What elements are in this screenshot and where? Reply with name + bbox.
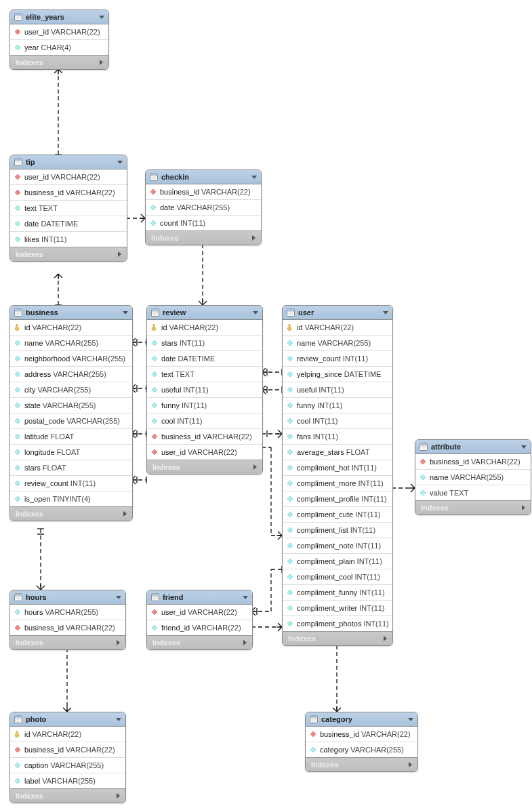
column-row[interactable]: user_idVARCHAR(22): [10, 169, 127, 185]
column-row[interactable]: usefulINT(11): [147, 382, 262, 398]
chevron-down-icon[interactable]: [253, 311, 258, 315]
column-row[interactable]: coolINT(11): [147, 413, 262, 429]
entity-table-category[interactable]: categorybusiness_idVARCHAR(22)categoryVA…: [305, 712, 418, 772]
entity-table-tip[interactable]: tipuser_idVARCHAR(22)business_idVARCHAR(…: [9, 155, 127, 262]
indexes-section[interactable]: Indexes: [10, 788, 125, 803]
chevron-right-icon[interactable]: [409, 762, 412, 767]
column-row[interactable]: dateVARCHAR(255): [146, 200, 261, 216]
indexes-section[interactable]: Indexes: [10, 247, 127, 261]
column-row[interactable]: compliment_profileINT(11): [283, 491, 392, 507]
column-row[interactable]: business_idVARCHAR(22): [146, 184, 261, 200]
column-row[interactable]: business_idVARCHAR(22): [415, 454, 531, 470]
column-row[interactable]: user_idVARCHAR(22): [10, 24, 108, 40]
chevron-right-icon[interactable]: [118, 251, 121, 257]
table-header[interactable]: attribute: [415, 440, 531, 454]
column-row[interactable]: coolINT(11): [283, 413, 392, 429]
indexes-section[interactable]: Indexes: [283, 631, 392, 645]
column-row[interactable]: compliment_moreINT(11): [283, 476, 392, 491]
chevron-down-icon[interactable]: [116, 718, 121, 721]
chevron-down-icon[interactable]: [123, 311, 128, 315]
column-row[interactable]: idVARCHAR(22): [283, 320, 392, 336]
entity-table-elite_years[interactable]: elite_yearsuser_idVARCHAR(22)yearCHAR(4)…: [9, 9, 109, 70]
table-header[interactable]: elite_years: [10, 10, 108, 24]
column-row[interactable]: average_starsFLOAT: [283, 445, 392, 460]
entity-table-friend[interactable]: frienduser_idVARCHAR(22)friend_idVARCHAR…: [146, 590, 253, 650]
column-row[interactable]: nameVARCHAR(255): [415, 470, 531, 485]
indexes-section[interactable]: Indexes: [146, 230, 261, 245]
column-row[interactable]: countINT(11): [146, 216, 261, 230]
column-row[interactable]: compliment_plainINT(11): [283, 554, 392, 569]
column-row[interactable]: dateDATETIME: [147, 351, 262, 367]
chevron-right-icon[interactable]: [117, 640, 120, 645]
chevron-right-icon[interactable]: [117, 793, 120, 799]
column-row[interactable]: longitudeFLOAT: [10, 445, 132, 460]
table-header[interactable]: hours: [10, 590, 125, 605]
table-header[interactable]: tip: [10, 155, 127, 169]
chevron-right-icon[interactable]: [100, 60, 103, 65]
column-row[interactable]: business_idVARCHAR(22): [10, 185, 127, 201]
table-header[interactable]: friend: [147, 590, 252, 605]
column-row[interactable]: funnyINT(11): [283, 398, 392, 413]
chevron-right-icon[interactable]: [522, 505, 525, 510]
chevron-down-icon[interactable]: [251, 176, 257, 179]
column-row[interactable]: labelVARCHAR(255): [10, 773, 125, 788]
column-row[interactable]: valueTEXT: [415, 485, 531, 500]
chevron-right-icon[interactable]: [243, 640, 247, 645]
column-row[interactable]: addressVARCHAR(255): [10, 367, 132, 382]
chevron-down-icon[interactable]: [99, 16, 104, 19]
column-row[interactable]: idVARCHAR(22): [147, 320, 262, 336]
chevron-right-icon[interactable]: [123, 511, 127, 517]
column-row[interactable]: compliment_listINT(11): [283, 523, 392, 538]
column-row[interactable]: fansINT(11): [283, 429, 392, 445]
column-row[interactable]: compliment_cuteINT(11): [283, 507, 392, 523]
column-row[interactable]: likesINT(11): [10, 232, 127, 247]
column-row[interactable]: is_openTINYINT(4): [10, 491, 132, 506]
table-header[interactable]: business: [10, 306, 132, 320]
column-row[interactable]: nameVARCHAR(255): [10, 336, 132, 351]
entity-table-checkin[interactable]: checkinbusiness_idVARCHAR(22)dateVARCHAR…: [145, 169, 262, 245]
chevron-down-icon[interactable]: [408, 718, 413, 721]
column-row[interactable]: friend_idVARCHAR(22): [147, 620, 252, 635]
column-row[interactable]: user_idVARCHAR(22): [147, 605, 252, 620]
column-row[interactable]: stateVARCHAR(255): [10, 398, 132, 413]
table-header[interactable]: review: [147, 306, 262, 320]
column-row[interactable]: starsINT(11): [147, 336, 262, 351]
indexes-section[interactable]: Indexes: [10, 635, 125, 649]
chevron-down-icon[interactable]: [116, 596, 121, 599]
column-row[interactable]: neighborhoodVARCHAR(255): [10, 351, 132, 367]
column-row[interactable]: compliment_photosINT(11): [283, 616, 392, 631]
indexes-section[interactable]: Indexes: [147, 635, 252, 649]
indexes-section[interactable]: Indexes: [10, 55, 108, 69]
indexes-section[interactable]: Indexes: [147, 460, 262, 474]
column-row[interactable]: latitudeFLOAT: [10, 429, 132, 445]
indexes-section[interactable]: Indexes: [415, 500, 531, 514]
entity-table-photo[interactable]: photoidVARCHAR(22)business_idVARCHAR(22)…: [9, 712, 126, 803]
column-row[interactable]: review_countINT(11): [10, 476, 132, 491]
column-row[interactable]: compliment_hotINT(11): [283, 460, 392, 476]
column-row[interactable]: compliment_coolINT(11): [283, 569, 392, 585]
entity-table-user[interactable]: useridVARCHAR(22)nameVARCHAR(255)review_…: [282, 305, 393, 646]
column-row[interactable]: usefulINT(11): [283, 382, 392, 398]
column-row[interactable]: yearCHAR(4): [10, 40, 108, 55]
entity-table-attribute[interactable]: attributebusiness_idVARCHAR(22)nameVARCH…: [415, 439, 531, 515]
column-row[interactable]: hoursVARCHAR(255): [10, 605, 125, 620]
column-row[interactable]: compliment_funnyINT(11): [283, 585, 392, 601]
chevron-down-icon[interactable]: [117, 161, 123, 164]
indexes-section[interactable]: Indexes: [306, 757, 417, 771]
column-row[interactable]: yelping_sinceDATETIME: [283, 367, 392, 382]
chevron-right-icon[interactable]: [384, 636, 387, 641]
column-row[interactable]: compliment_writerINT(11): [283, 601, 392, 616]
column-row[interactable]: dateDATETIME: [10, 216, 127, 232]
column-row[interactable]: starsFLOAT: [10, 460, 132, 476]
column-row[interactable]: business_idVARCHAR(22): [10, 742, 125, 758]
entity-table-business[interactable]: businessidVARCHAR(22)nameVARCHAR(255)nei…: [9, 305, 133, 521]
column-row[interactable]: nameVARCHAR(255): [283, 336, 392, 351]
column-row[interactable]: funnyINT(11): [147, 398, 262, 413]
column-row[interactable]: business_idVARCHAR(22): [306, 727, 417, 742]
chevron-right-icon[interactable]: [252, 235, 255, 241]
column-row[interactable]: compliment_noteINT(11): [283, 538, 392, 554]
column-row[interactable]: cityVARCHAR(255): [10, 382, 132, 398]
table-header[interactable]: photo: [10, 712, 125, 727]
column-row[interactable]: review_countINT(11): [283, 351, 392, 367]
column-row[interactable]: textTEXT: [10, 201, 127, 216]
